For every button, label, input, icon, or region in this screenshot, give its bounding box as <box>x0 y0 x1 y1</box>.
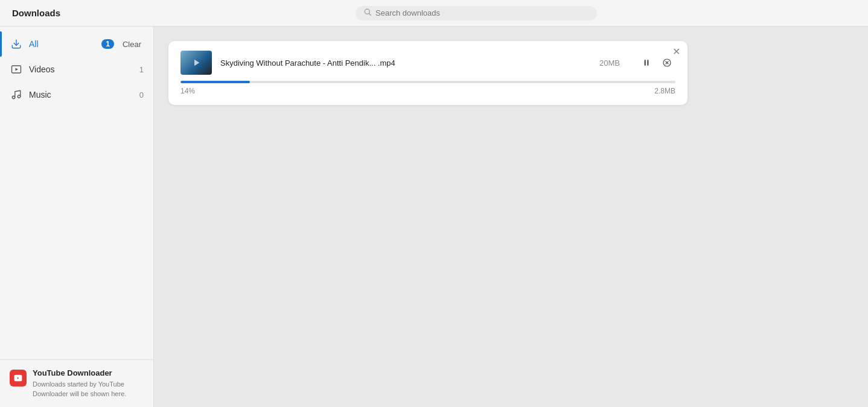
svg-line-1 <box>369 13 371 15</box>
sidebar-item-music[interactable]: Music 0 <box>0 82 153 107</box>
svg-point-5 <box>12 96 15 99</box>
download-icon <box>10 37 23 51</box>
videos-label: Videos <box>29 65 133 74</box>
download-card: ✕ Skydiving Without Parachute - Antti Pe… <box>168 41 688 105</box>
app-title: Downloads <box>12 8 85 18</box>
progress-bar-fill <box>180 81 250 83</box>
sidebar-footer: YouTube Downloader Downloads started by … <box>0 359 153 407</box>
thumb-inner <box>180 51 212 75</box>
cancel-button[interactable] <box>659 54 675 71</box>
close-button[interactable]: ✕ <box>672 47 680 57</box>
search-input[interactable] <box>375 8 496 17</box>
svg-point-6 <box>18 95 21 98</box>
downloaded-size: 2.8MB <box>654 87 675 95</box>
progress-row <box>180 81 675 83</box>
footer-title: YouTube Downloader <box>33 368 144 377</box>
music-count: 0 <box>139 90 144 99</box>
progress-percent: 14% <box>180 87 195 95</box>
videos-count: 1 <box>139 65 144 74</box>
music-label: Music <box>29 90 133 99</box>
music-icon <box>10 88 23 101</box>
clear-button[interactable]: Clear <box>120 39 144 50</box>
video-icon <box>10 63 23 76</box>
file-name: Skydiving Without Parachute - Antti Pend… <box>220 58 395 68</box>
svg-marker-4 <box>16 68 19 71</box>
sidebar-nav: All 1 Clear Videos 1 <box>0 31 153 359</box>
thumbnail <box>180 51 212 75</box>
svg-rect-7 <box>645 60 646 65</box>
all-label: All <box>29 39 95 49</box>
footer-text: YouTube Downloader Downloads started by … <box>33 368 144 399</box>
main-layout: All 1 Clear Videos 1 <box>0 27 868 407</box>
search-icon <box>364 8 372 18</box>
progress-info-row: 14% 2.8MB <box>180 87 675 95</box>
footer-desc: Downloads started by YouTube Downloader … <box>33 380 144 399</box>
sidebar-item-videos[interactable]: Videos 1 <box>0 57 153 82</box>
youtube-downloader-icon <box>10 370 27 386</box>
sidebar-item-all[interactable]: All 1 Clear <box>0 31 153 57</box>
svg-rect-8 <box>647 60 648 65</box>
pause-button[interactable] <box>638 54 655 71</box>
top-bar: Downloads <box>0 0 868 27</box>
all-badge: 1 <box>101 39 114 49</box>
content-area: ✕ Skydiving Without Parachute - Antti Pe… <box>154 27 868 407</box>
card-top-row: Skydiving Without Parachute - Antti Pend… <box>180 51 675 75</box>
sidebar: All 1 Clear Videos 1 <box>0 27 154 407</box>
search-container <box>356 6 597 21</box>
card-actions <box>638 54 675 71</box>
progress-bar-wrap <box>180 81 675 83</box>
file-size: 20MB <box>592 58 620 68</box>
